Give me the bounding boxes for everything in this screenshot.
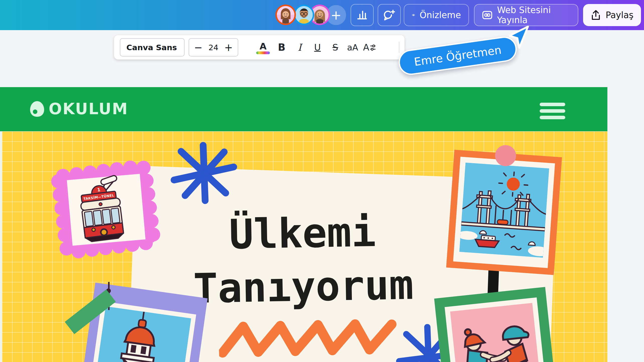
publish-website-button[interactable]: Web Sitesini Yayınla: [474, 4, 578, 26]
underline-button[interactable]: U: [310, 35, 325, 59]
dancers-polaroid: [445, 297, 547, 362]
text-case-icon: aA: [347, 42, 358, 52]
text-format-toolbar: Canva Sans − 24 + A B I U S aA A: [114, 35, 405, 59]
avatar-1-illustration: [277, 6, 294, 24]
bold-icon: B: [278, 42, 285, 53]
bridge-photo[interactable]: [446, 150, 562, 275]
preview-button-label: Önizleme: [420, 10, 461, 20]
font-size-control: − 24 +: [189, 38, 238, 56]
collaborator-name: Emre Öğretmen: [413, 43, 502, 68]
comment-add-icon: [383, 9, 395, 21]
font-size-decrease-button[interactable]: −: [194, 42, 203, 52]
browser-link-icon: [482, 10, 493, 20]
strikethrough-icon: S: [333, 42, 338, 52]
text-spacing-icon: A: [363, 42, 369, 52]
avatar-2-illustration: [295, 6, 313, 24]
font-family-value: Canva Sans: [126, 43, 177, 52]
site-logo[interactable]: OKULUM: [30, 101, 128, 117]
hero-title-line1: Ülkemi: [154, 204, 451, 263]
tram-route-number: 1: [97, 187, 101, 192]
italic-icon: I: [298, 42, 301, 53]
bar-chart-icon: [356, 10, 368, 20]
comments-button[interactable]: [378, 4, 401, 26]
font-size-increase-button[interactable]: +: [224, 42, 233, 52]
asterisk-doodle-top[interactable]: [170, 142, 240, 204]
preview-button[interactable]: Önizleme: [404, 4, 469, 26]
hamburger-menu-icon[interactable]: [540, 103, 565, 119]
collaborator-avatar-2[interactable]: [294, 5, 314, 25]
dancers-photo[interactable]: [434, 287, 556, 362]
text-color-icon: A: [260, 42, 267, 51]
share-button[interactable]: Paylaş: [583, 4, 641, 26]
egg-icon: [30, 101, 45, 117]
bridge-illustration: [459, 163, 549, 258]
dancers-illustration: [450, 303, 543, 362]
collaborator-avatar-1[interactable]: [275, 5, 296, 25]
site-header[interactable]: OKULUM: [0, 87, 607, 131]
sliders-icon: [370, 43, 376, 52]
font-family-selector[interactable]: Canva Sans: [120, 38, 185, 56]
strikethrough-button[interactable]: S: [328, 35, 343, 59]
text-case-button[interactable]: aA: [345, 35, 360, 59]
plus-icon: +: [331, 8, 342, 23]
site-logo-text: OKULUM: [49, 101, 128, 117]
bridge-polaroid: [453, 157, 555, 268]
stamp-tram-photo[interactable]: 1 TAKSİM—TÜNEL: [40, 150, 170, 269]
canva-editor: +: [0, 0, 644, 362]
upload-icon: [591, 9, 601, 21]
eye-icon: [412, 11, 415, 19]
pointer-icon: [509, 25, 532, 50]
publish-button-label: Web Sitesini Yayınla: [497, 5, 570, 25]
hero-section: Ülkemi Tanıyorum: [0, 131, 607, 362]
underline-icon: U: [314, 42, 321, 52]
tower-illustration: [92, 306, 191, 362]
text-color-button[interactable]: A: [256, 35, 271, 59]
pin-circle[interactable]: [495, 145, 516, 166]
toolbar-divider: [399, 42, 399, 53]
share-button-label: Paylaş: [606, 10, 633, 20]
italic-button[interactable]: I: [292, 35, 307, 59]
top-bar: +: [0, 0, 644, 30]
rainbow-swatch: [256, 51, 270, 54]
text-spacing-button[interactable]: A: [362, 35, 377, 59]
collaborator-name-badge: Emre Öğretmen: [397, 35, 518, 77]
bold-button[interactable]: B: [274, 35, 289, 59]
design-canvas[interactable]: OKULUM Ülkemi Tanıyorum: [0, 87, 607, 362]
squiggle-doodle[interactable]: [218, 314, 405, 362]
font-size-value[interactable]: 24: [208, 43, 218, 52]
insights-button[interactable]: [351, 4, 374, 26]
